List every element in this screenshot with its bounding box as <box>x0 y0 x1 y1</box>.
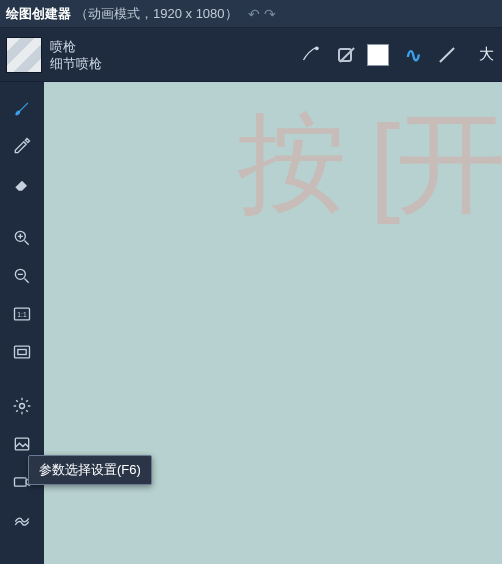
zoom-in-icon[interactable] <box>6 222 38 254</box>
tooltip: 参数选择设置(F6) <box>28 455 152 485</box>
fx-icon[interactable] <box>6 504 38 536</box>
settings-icon[interactable] <box>6 390 38 422</box>
svg-rect-5 <box>15 346 30 358</box>
brush-stroke-icon[interactable] <box>299 43 323 67</box>
app-title: 绘图创建器 <box>6 5 71 23</box>
history-controls: ↶ ↷ <box>248 6 276 22</box>
title-bar: 绘图创建器 （动画模式，1920 x 1080） ↶ ↷ <box>0 0 502 28</box>
svg-point-0 <box>316 47 319 50</box>
brush-tool[interactable] <box>6 92 38 124</box>
eraser-tool[interactable] <box>6 168 38 200</box>
app-subtitle: （动画模式，1920 x 1080） <box>75 5 238 23</box>
undo-icon[interactable]: ↶ <box>248 6 260 22</box>
brush-info: 喷枪 细节喷枪 <box>50 38 102 72</box>
toolbar: 喷枪 细节喷枪 ∿ 大 <box>0 28 502 82</box>
svg-rect-6 <box>18 350 26 355</box>
canvas-area[interactable]: 按 [开 <box>44 82 502 564</box>
actual-size-icon[interactable]: 1:1 <box>6 298 38 330</box>
brush-preset: 细节喷枪 <box>50 55 102 72</box>
brush-category: 喷枪 <box>50 38 102 55</box>
line-tool-icon[interactable] <box>437 43 461 67</box>
eyedropper-tool[interactable] <box>6 130 38 162</box>
redo-icon[interactable]: ↷ <box>264 6 276 22</box>
brush-thumbnail[interactable] <box>6 37 42 73</box>
color-swatch[interactable] <box>367 44 389 66</box>
wave-icon[interactable]: ∿ <box>401 43 425 67</box>
svg-rect-9 <box>15 478 27 486</box>
main-area: 1:1 按 [开 <box>0 82 502 564</box>
disable-icon[interactable] <box>335 45 355 65</box>
svg-point-7 <box>20 404 25 409</box>
size-label[interactable]: 大 <box>479 45 494 64</box>
zoom-out-icon[interactable] <box>6 260 38 292</box>
svg-text:1:1: 1:1 <box>17 311 27 318</box>
fit-screen-icon[interactable] <box>6 336 38 368</box>
left-sidebar: 1:1 <box>0 82 44 564</box>
svg-rect-8 <box>15 438 28 450</box>
right-tools: ∿ 大 <box>299 43 494 67</box>
watermark-text: 按 [开 <box>237 90 502 239</box>
